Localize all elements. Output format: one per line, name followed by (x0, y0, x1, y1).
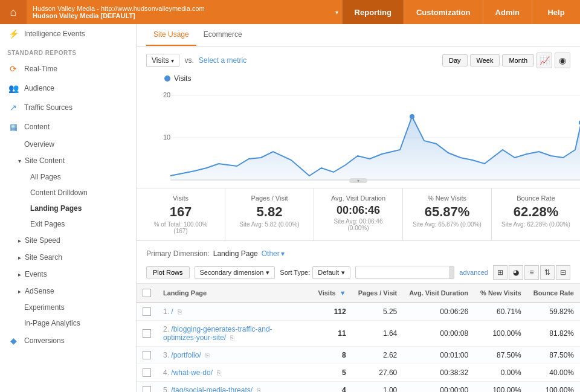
sidebar-item-landing-pages[interactable]: Landing Pages (0, 201, 136, 216)
page-link[interactable]: /tag/social-media-threats/ (171, 386, 253, 392)
pie-view-button[interactable]: ◕ (509, 265, 523, 280)
stat-bounce-rate: Bounce Rate 62.28% Site Avg: 62.28% (0.0… (492, 188, 580, 240)
sidebar-item-intelligence-events[interactable]: ⚡ Intelligence Events (0, 24, 136, 43)
row-bounce-rate: 100.00% (527, 382, 580, 393)
advanced-link[interactable]: advanced (459, 269, 488, 276)
row-checkbox[interactable] (143, 368, 151, 377)
week-button[interactable]: Week (470, 54, 500, 66)
day-button[interactable]: Day (442, 54, 468, 66)
row-num: 5. (163, 386, 169, 392)
sidebar-item-audience[interactable]: 👥 Audience (0, 79, 136, 98)
search-input[interactable] (356, 267, 449, 278)
sidebar-item-exit-pages[interactable]: Exit Pages (0, 216, 136, 232)
plot-rows-button[interactable]: Plot Rows (146, 266, 190, 278)
sidebar-item-overview[interactable]: Overview (0, 137, 136, 152)
in-page-label: In-Page Analytics (24, 319, 80, 327)
th-visits[interactable]: Visits ▼ (280, 284, 352, 303)
tab-site-usage[interactable]: Site Usage (146, 24, 196, 46)
secondary-dimension-button[interactable]: Secondary dimension ▾ (195, 266, 276, 279)
visits-value: 4 (342, 386, 346, 392)
page-link[interactable]: / (171, 307, 173, 316)
page-link[interactable]: /what-we-do/ (171, 368, 213, 377)
data-table-wrapper: Landing Page Visits ▼ Pages / Visit Avg.… (137, 284, 580, 392)
sidebar-group-events[interactable]: ▸ Events (0, 266, 136, 283)
month-button[interactable]: Month (502, 54, 534, 66)
th-pages-visit[interactable]: Pages / Visit (352, 284, 404, 303)
copy-icon[interactable]: ⎘ (178, 308, 182, 315)
th-new-visits-label: % New Visits (480, 289, 521, 297)
sidebar-item-realtime[interactable]: ⟳ Real-Time (0, 59, 136, 79)
stat-bounce-label: Bounce Rate (501, 194, 570, 202)
row-avg-duration: 00:06:26 (403, 303, 474, 321)
th-bounce-rate[interactable]: Bounce Rate (527, 284, 580, 303)
row-new-visits: 100.00% (474, 382, 527, 393)
home-button[interactable]: ⌂ (0, 0, 27, 24)
th-landing-page[interactable]: Landing Page (157, 284, 280, 303)
sidebar-group-site-speed[interactable]: ▸ Site Speed (0, 232, 136, 249)
visits-value: 112 (334, 307, 346, 316)
nav-item-help[interactable]: Help (532, 0, 580, 24)
copy-icon[interactable]: ⎘ (257, 387, 261, 392)
th-checkbox (137, 284, 157, 303)
page-link[interactable]: /portfolio/ (171, 351, 201, 359)
metric-label: Visits (152, 56, 169, 65)
view-icons: ⊞ ◕ ≡ ⇅ ⊟ (493, 265, 570, 280)
search-button[interactable]: 🔍 (449, 266, 454, 278)
legend-dot (164, 76, 170, 82)
page-link[interactable]: /blogging-generates-traffic-and-optimize… (163, 325, 272, 342)
line-chart-button[interactable]: 📈 (536, 53, 552, 68)
row-avg-duration: 00:01:00 (403, 347, 474, 364)
standard-reports-header: STANDARD REPORTS (0, 43, 136, 59)
nav-item-reporting[interactable]: Reporting (342, 0, 404, 24)
site-url: Hudson Valley Media - http://www.hudsonv… (33, 5, 326, 12)
pivot-view-button[interactable]: ⇅ (540, 265, 555, 280)
row-checkbox[interactable] (143, 307, 151, 316)
nav-dropdown-arrow[interactable]: ▾ (332, 0, 342, 24)
all-pages-label: All Pages (30, 173, 61, 181)
metric-dropdown[interactable]: Visits ▾ (146, 54, 179, 67)
sidebar-group-site-search[interactable]: ▸ Site Search (0, 249, 136, 266)
sidebar-group-site-content[interactable]: ▾ Site Content (0, 152, 136, 169)
sidebar-item-in-page-analytics[interactable]: In-Page Analytics (0, 315, 136, 331)
select-all-checkbox[interactable] (143, 289, 151, 297)
svg-marker-9 (170, 117, 580, 180)
grid-view-button[interactable]: ⊞ (493, 265, 507, 280)
sidebar-item-content[interactable]: ▦ Content (0, 117, 136, 137)
sidebar-item-conversions[interactable]: ◆ Conversions (0, 331, 136, 350)
sidebar-group-adsense[interactable]: ▸ AdSense (0, 283, 136, 300)
stat-new-sub: Site Avg: 65.87% (0.00%) (413, 221, 482, 228)
row-checkbox[interactable] (143, 329, 151, 338)
other-link[interactable]: Other ▾ (262, 249, 285, 258)
custom-view-button[interactable]: ⊟ (556, 265, 570, 280)
nav-item-customization[interactable]: Customization (404, 0, 483, 24)
primary-dim-value[interactable]: Landing Page (213, 249, 258, 258)
table-row: 3. /portfolio/ ⎘ 8 2.62 00:01:00 87.50% … (137, 347, 580, 364)
stat-bounce-sub: Site Avg: 62.28% (0.00%) (501, 221, 570, 228)
sidebar-item-content-drilldown[interactable]: Content Drilldown (0, 185, 136, 201)
select-metric[interactable]: Select a metric (199, 56, 246, 65)
th-avg-duration[interactable]: Avg. Visit Duration (403, 284, 474, 303)
row-checkbox[interactable] (143, 351, 151, 359)
sidebar-item-experiments[interactable]: Experiments (0, 300, 136, 315)
sidebar-item-all-pages[interactable]: All Pages (0, 169, 136, 185)
events-label: Events (25, 270, 47, 278)
pie-chart-button[interactable]: ◉ (555, 53, 570, 68)
row-checkbox[interactable] (143, 386, 151, 392)
copy-icon[interactable]: ⎘ (217, 369, 221, 376)
sort-select[interactable]: Default ▾ (312, 266, 350, 279)
svg-text:10: 10 (163, 133, 170, 141)
conversions-label: Conversions (24, 336, 65, 345)
metric-dropdown-arrow: ▾ (171, 57, 174, 64)
copy-icon[interactable]: ⎘ (205, 352, 210, 359)
sidebar-item-traffic-sources[interactable]: ↗ Traffic Sources (0, 98, 136, 117)
stat-pages-value: 5.82 (235, 204, 304, 220)
visits-value: 8 (342, 351, 346, 359)
row-new-visits: 0.00% (474, 364, 527, 382)
tab-ecommerce[interactable]: Ecommerce (196, 24, 250, 46)
bar-view-button[interactable]: ≡ (524, 265, 539, 280)
chart-legend: Visits (146, 74, 570, 86)
copy-icon[interactable]: ⎘ (230, 334, 234, 341)
sidebar: ⚡ Intelligence Events STANDARD REPORTS ⟳… (0, 24, 137, 392)
nav-item-admin[interactable]: Admin (483, 0, 532, 24)
th-new-visits[interactable]: % New Visits (474, 284, 527, 303)
